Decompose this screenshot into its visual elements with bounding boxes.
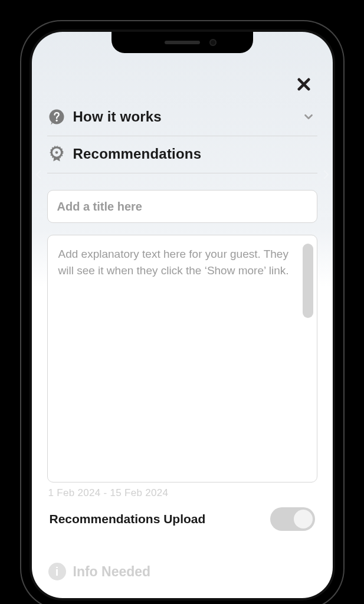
info-icon: i: [48, 563, 66, 580]
svg-point-5: [55, 151, 58, 154]
info-needed-label: Info Needed: [73, 564, 151, 580]
upload-toggle[interactable]: [270, 507, 315, 531]
title-input[interactable]: [47, 190, 317, 223]
scrollbar-thumb[interactable]: [303, 244, 313, 318]
phone-frame: How it works: [21, 21, 343, 604]
close-icon: [296, 76, 312, 93]
date-range-ghost: 1 Feb 2024 - 15 Feb 2024: [47, 482, 317, 499]
upload-toggle-label: Recommendations Upload: [50, 512, 206, 526]
svg-point-3: [55, 120, 57, 122]
award-icon: [47, 145, 66, 163]
description-textarea[interactable]: [48, 235, 317, 482]
section-how-it-works[interactable]: How it works: [47, 99, 317, 136]
toggle-knob: [294, 510, 313, 528]
app-screen: How it works: [32, 32, 333, 598]
chevron-down-icon: [300, 108, 317, 126]
description-container: [47, 235, 317, 482]
section-title-how-it-works: How it works: [73, 109, 293, 125]
device-notch: [112, 32, 253, 53]
question-icon: [47, 107, 66, 126]
section-info-needed-ghost: i Info Needed: [47, 563, 317, 580]
section-recommendations[interactable]: Recommendations: [47, 136, 317, 173]
close-button[interactable]: [294, 74, 314, 94]
section-title-recommendations: Recommendations: [73, 146, 317, 162]
